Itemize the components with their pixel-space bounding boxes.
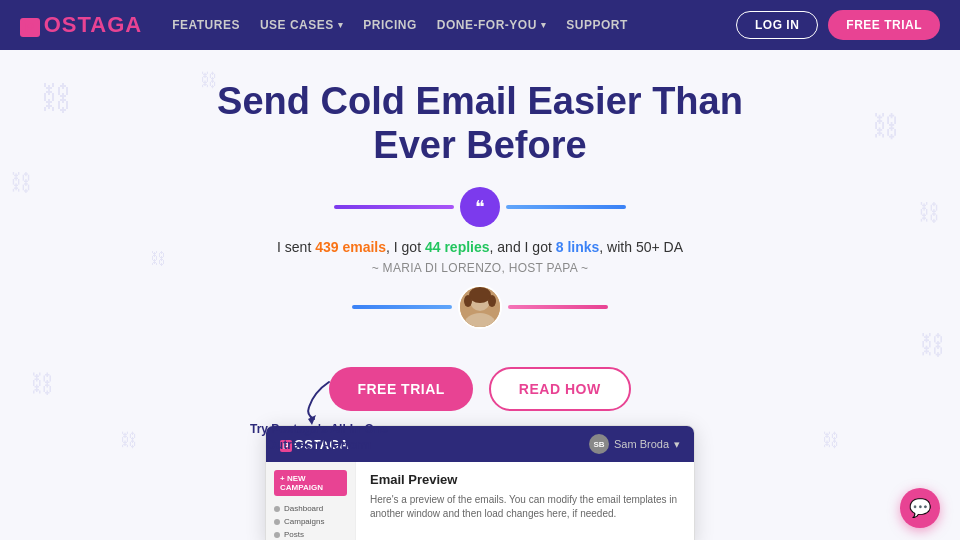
- quote-line-right: [506, 205, 626, 209]
- svg-point-4: [464, 295, 472, 307]
- preview-desc: Here's a preview of the emails. You can …: [370, 493, 680, 521]
- quote-emails-highlight: 439 emails: [315, 239, 386, 255]
- sidebar-campaigns[interactable]: Campaigns: [274, 517, 347, 526]
- free-trial-nav-button[interactable]: FREE TRIAL: [828, 10, 940, 40]
- arrow-icon: [294, 377, 344, 427]
- new-campaign-button[interactable]: + NEW CAMPAIGN: [274, 470, 347, 496]
- cta-section: Try Postaga's All-In-One Outreach Platfo…: [20, 367, 940, 411]
- avatar: [458, 285, 502, 329]
- app-user: SB Sam Broda ▾: [589, 434, 680, 454]
- svg-point-5: [488, 295, 496, 307]
- user-avatar: SB: [589, 434, 609, 454]
- svg-point-3: [469, 287, 491, 303]
- nav-pricing[interactable]: PRICING: [363, 18, 417, 32]
- app-body: + NEW CAMPAIGN Dashboard Campaigns Posts: [266, 462, 694, 540]
- quote-icon: ❝: [460, 187, 500, 227]
- login-button[interactable]: LOG IN: [736, 11, 818, 39]
- quote-line-left: [334, 205, 454, 209]
- dot-icon: [274, 532, 280, 538]
- chevron-down-icon: ▾: [674, 438, 680, 451]
- nav-features[interactable]: FEATURES: [172, 18, 240, 32]
- quote-text: I sent 439 emails, I got 44 replies, and…: [277, 239, 683, 255]
- app-sidebar: + NEW CAMPAIGN Dashboard Campaigns Posts: [266, 462, 356, 540]
- quote-author: ~ MARIA DI LORENZO, HOST PAPA ~: [372, 261, 589, 275]
- hero-title: Send Cold Email Easier Than Ever Before: [20, 80, 940, 167]
- dot-icon: [274, 519, 280, 525]
- preview-title: Email Preview: [370, 472, 680, 487]
- read-how-button[interactable]: READ HOW: [489, 367, 631, 411]
- chevron-down-icon: ▾: [338, 20, 344, 30]
- quote-section: ❝ I sent 439 emails, I got 44 replies, a…: [20, 187, 940, 349]
- sidebar-dashboard[interactable]: Dashboard: [274, 504, 347, 513]
- nav-logo: POSTAGA: [20, 12, 142, 38]
- navbar: POSTAGA FEATURES USE CASES ▾ PRICING DON…: [0, 0, 960, 50]
- nav-use-cases[interactable]: USE CASES ▾: [260, 18, 343, 32]
- chevron-down-icon: ▾: [541, 20, 547, 30]
- app-main: Email Preview Here's a preview of the em…: [356, 462, 694, 540]
- nav-links: FEATURES USE CASES ▾ PRICING DONE-FOR-YO…: [172, 18, 736, 32]
- quote-replies-highlight: 44 replies: [425, 239, 490, 255]
- avatar-line-right: [508, 305, 608, 309]
- nav-done-for-you[interactable]: DONE-FOR-YOU ▾: [437, 18, 547, 32]
- sidebar-posts[interactable]: Posts: [274, 530, 347, 539]
- dot-icon: [274, 506, 280, 512]
- logo-box: P: [20, 18, 40, 37]
- quote-links-highlight: 8 links: [556, 239, 600, 255]
- nav-support[interactable]: SUPPORT: [566, 18, 628, 32]
- avatar-line-left: [352, 305, 452, 309]
- hero-section: ⛓ ⛓ ⛓ ⛓ ⛓ ⛓ ⛓ ⛓ ⛓ ⛓ Send Cold Email Easi…: [0, 50, 960, 540]
- quote-divider-top: ❝: [334, 187, 626, 227]
- app-preview-wrapper: POSTAGA SB Sam Broda ▾ + NEW CAMPAIGN Da…: [20, 411, 940, 540]
- avatar-divider: [352, 285, 608, 329]
- nav-actions: LOG IN FREE TRIAL: [736, 10, 940, 40]
- arrow-label-text: Try Postaga's All-In-One Outreach Platfo…: [250, 422, 388, 453]
- arrow-label: Try Postaga's All-In-One Outreach Platfo…: [250, 377, 388, 453]
